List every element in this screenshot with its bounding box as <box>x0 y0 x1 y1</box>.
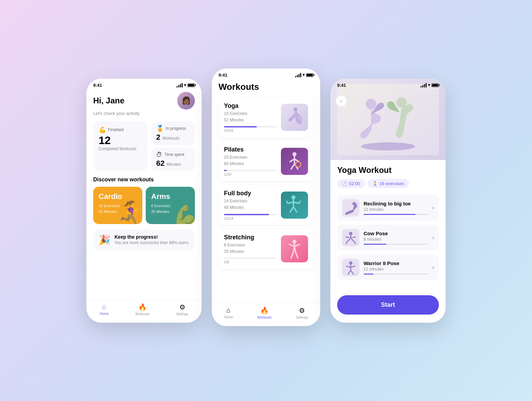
nav-settings-1[interactable]: ⚙ Settings <box>176 303 188 316</box>
pilates-name: Pilates <box>224 146 277 153</box>
stretching-info: Stretching 8 Exercises35 Minutes 0/8 <box>224 234 277 264</box>
greeting-sub: Let's check your activity <box>93 111 195 116</box>
nav-settings-2[interactable]: ⚙ Settings <box>296 306 308 319</box>
avatar-image: 👩🏾 <box>177 92 195 109</box>
exercise-progress-fill-2 <box>364 244 386 245</box>
exercise-thumb-2 <box>342 229 360 246</box>
settings-icon-2: ⚙ <box>299 306 305 315</box>
timespent-emoji: ⏱ <box>156 151 162 158</box>
fullbody-item[interactable]: Full body 14 Exercises48 Minutes 12/14 <box>219 185 313 225</box>
fullbody-progress-fill <box>224 214 269 215</box>
exercise-name-2: Cow Pose <box>364 230 428 236</box>
stretching-progress-bar <box>224 258 277 259</box>
exercise-info-1: Reclining to big toe 12 minutes <box>364 201 428 215</box>
signal-icon-2 <box>295 73 301 77</box>
svg-point-7 <box>366 99 376 109</box>
exercise-progress-fill-1 <box>364 214 415 215</box>
clock-icon: 🕐 <box>342 181 347 186</box>
fullbody-info: Full body 14 Exercises48 Minutes 12/14 <box>224 190 277 220</box>
yoga-item[interactable]: Yoga 16 Exercises52 Minutes 10/16 <box>219 98 313 137</box>
promo-sub: You are more successful than 88% users. <box>115 240 189 245</box>
in-progress-card: 🏅 In progress 2 Workouts <box>151 121 195 145</box>
finished-label: Finished <box>108 127 123 132</box>
yoga-workout-title: Yoga Workout <box>337 165 439 175</box>
arms-card[interactable]: Arms 6 Exercises35 Minutes 💪 <box>146 187 195 224</box>
nav-workouts-2[interactable]: 🔥 Workouts <box>257 306 271 319</box>
phone-home: 9:41 ▾ Hi, Jane 👩🏾 <box>86 79 202 323</box>
chevron-right-3[interactable]: › <box>432 264 434 270</box>
stretching-progress-label: 0/8 <box>224 260 277 264</box>
cardio-figure: 🏃‍♀️ <box>116 200 142 224</box>
inprogress-label-row: 🏅 In progress <box>156 125 190 132</box>
yoga-progress-label: 10/16 <box>224 128 277 133</box>
arms-figure: 💪 <box>173 203 195 224</box>
cow-pose-figure <box>343 230 358 245</box>
nav-home-2[interactable]: ⌂ Home <box>224 306 233 319</box>
wifi-icon: ▾ <box>184 83 186 87</box>
avatar: 👩🏾 <box>177 92 195 109</box>
svg-point-12 <box>349 232 352 235</box>
exercise-duration-2: 8 minutes <box>364 237 428 242</box>
finished-card: 💪 Finished 12 Completed Workouts <box>93 121 147 171</box>
timespent-label-row: ⏱ Time spent <box>156 151 190 158</box>
pilates-progress-label: 1/20 <box>224 172 277 176</box>
battery-icon-3 <box>431 83 439 87</box>
cardio-card[interactable]: Cardio 10 Exercises50 Minutes 🏃‍♀️ <box>93 187 142 224</box>
workouts-content: Workouts Yoga 16 Exercises52 Minutes 10/… <box>212 82 320 269</box>
start-button[interactable]: Start <box>337 295 439 315</box>
person-icon: 🚶 <box>372 181 378 186</box>
home-content: Hi, Jane 👩🏾 Let's check your activity 💪 … <box>86 92 202 257</box>
promo-text: Keep the progress! You are more successf… <box>115 234 189 245</box>
chevron-right-1[interactable]: › <box>432 205 434 211</box>
stretching-thumbnail <box>281 235 308 262</box>
exercise-progress-fill-3 <box>364 274 373 275</box>
exercise-item-2[interactable]: Cow Pose 8 minutes › <box>337 225 439 250</box>
time-1: 9:41 <box>93 83 102 88</box>
home-label: Home <box>100 312 109 316</box>
exercise-name-3: Warrior II Pose <box>364 260 428 266</box>
fullbody-detail: 14 Exercises48 Minutes <box>224 198 277 211</box>
signal-icon-3 <box>421 83 427 87</box>
exercise-info-3: Warrior II Pose 12 minutes <box>364 260 428 275</box>
wifi-icon-3: ▾ <box>428 83 430 87</box>
exercise-item-3[interactable]: Warrior II Pose 12 minutes › <box>337 255 439 280</box>
workout-list: Yoga 16 Exercises52 Minutes 10/16 <box>219 98 313 269</box>
stretching-figure-svg <box>283 237 306 261</box>
pilates-thumbnail <box>281 148 308 175</box>
pilates-progress-fill <box>224 170 227 171</box>
exercise-thumb-1 <box>342 199 360 217</box>
yoga-detail: 16 Exercises52 Minutes <box>224 111 277 123</box>
finished-label-row: 💪 Finished <box>99 126 142 134</box>
inprogress-number: 2 <box>156 134 160 141</box>
yoga-hero-illustration <box>337 84 439 155</box>
yoga-thumbnail <box>281 104 308 131</box>
nav-home-1[interactable]: ⌂ Home <box>100 303 109 316</box>
finished-number: 12 <box>99 135 142 146</box>
chevron-right-2[interactable]: › <box>432 235 434 241</box>
back-button[interactable]: ‹ <box>336 96 347 106</box>
phones-container: 9:41 ▾ Hi, Jane 👩🏾 <box>73 62 459 340</box>
status-icons-2: ▾ <box>295 73 313 77</box>
bottom-nav-1: ⌂ Home 🔥 Workouts ⚙ Settings <box>86 299 202 323</box>
pilates-item[interactable]: Pilates 20 Exercises60 Minutes 1/20 <box>219 141 313 181</box>
bottom-nav-2: ⌂ Home 🔥 Workouts ⚙ Settings <box>212 303 320 326</box>
exercise-item-1[interactable]: Reclining to big toe 12 minutes › <box>337 195 439 221</box>
wifi-icon-2: ▾ <box>303 73 305 77</box>
yoga-exercises-tag: 🚶 16 exercises <box>368 179 409 188</box>
workouts-label-2: Workouts <box>257 316 271 319</box>
settings-icon: ⚙ <box>179 303 185 311</box>
pilates-progress-bar <box>224 170 277 171</box>
exercise-duration-1: 12 minutes <box>364 207 428 212</box>
exercise-progress-bar-1 <box>364 214 428 215</box>
yoga-info: Yoga 16 Exercises52 Minutes 10/16 <box>224 102 277 133</box>
signal-icon <box>177 83 183 87</box>
fullbody-progress-label: 12/14 <box>224 216 277 220</box>
stretching-item[interactable]: Stretching 8 Exercises35 Minutes 0/8 <box>219 229 313 269</box>
time-3: 9:41 <box>337 83 346 88</box>
svg-point-6 <box>361 142 415 151</box>
status-bar-2: 9:41 ▾ <box>212 68 320 79</box>
timespent-label: Time spent <box>164 152 184 157</box>
workouts-icon-2: 🔥 <box>260 306 269 315</box>
fullbody-progress-bar <box>224 214 277 215</box>
nav-workouts-1[interactable]: 🔥 Workouts <box>135 303 149 316</box>
